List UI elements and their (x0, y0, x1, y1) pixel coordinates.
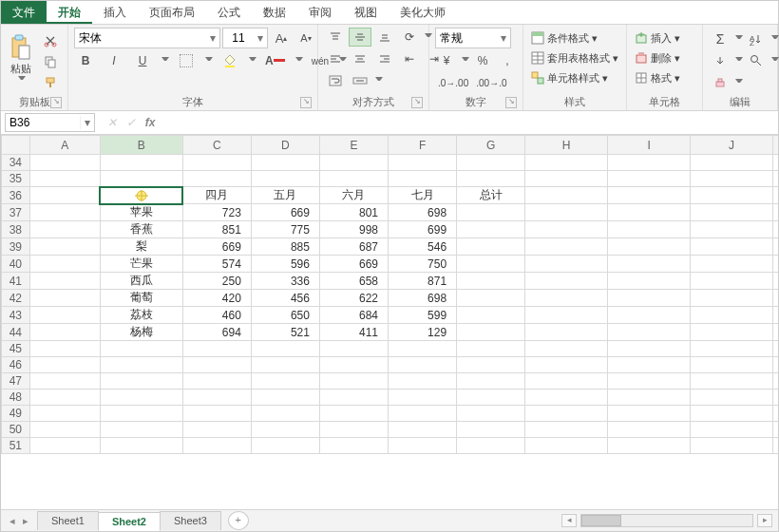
cell-G34[interactable] (457, 155, 525, 171)
cell-B40[interactable]: 芒果 (100, 256, 182, 273)
cell-G45[interactable] (457, 341, 525, 357)
cell-A48[interactable] (29, 390, 100, 406)
align-left-button[interactable] (324, 49, 347, 68)
cell-E49[interactable] (319, 406, 388, 422)
align-bottom-button[interactable] (373, 28, 396, 47)
cell-C35[interactable] (182, 171, 251, 187)
cell-J40[interactable] (691, 256, 773, 273)
cell-D43[interactable]: 650 (251, 307, 319, 324)
dialog-launcher-icon[interactable]: ↘ (50, 97, 62, 108)
row-header-34[interactable]: 34 (2, 155, 30, 171)
cell-B50[interactable] (100, 422, 182, 438)
autosum-button[interactable]: Σ (709, 29, 732, 48)
cell-C37[interactable]: 723 (182, 204, 251, 221)
name-box[interactable]: ▾ (5, 113, 95, 132)
row-header-49[interactable]: 49 (2, 406, 30, 422)
cell-B35[interactable] (100, 171, 182, 187)
cell-F47[interactable] (389, 373, 457, 390)
cell-J39[interactable] (691, 238, 773, 256)
tab-file[interactable]: 文件 (1, 1, 47, 24)
cell-I39[interactable] (608, 238, 691, 256)
row-header-39[interactable]: 39 (2, 238, 30, 256)
hscroll-thumb[interactable] (581, 515, 621, 526)
cell-J34[interactable] (691, 155, 773, 171)
cell-A49[interactable] (29, 406, 100, 422)
col-header-K[interactable]: K (772, 136, 778, 155)
col-header-J[interactable]: J (691, 136, 773, 155)
cell-F35[interactable] (389, 171, 457, 187)
cell-K38[interactable] (772, 221, 778, 238)
cell-J43[interactable] (691, 307, 773, 324)
cell-J35[interactable] (691, 171, 773, 187)
cell-K43[interactable] (772, 307, 778, 324)
tab-beautify[interactable]: 美化大师 (389, 1, 457, 24)
cell-A34[interactable] (29, 155, 100, 171)
cell-C47[interactable] (182, 373, 251, 390)
chevron-down-icon[interactable]: ▾ (497, 31, 510, 45)
cell-C51[interactable] (182, 438, 251, 454)
nav-last-icon[interactable]: ▸ (20, 515, 31, 527)
cell-D50[interactable] (251, 422, 319, 438)
cell-D41[interactable]: 336 (251, 273, 319, 290)
comma-button[interactable]: , (496, 51, 519, 70)
row-header-46[interactable]: 46 (2, 357, 30, 373)
format-cells-button[interactable]: 格式 ▾ (633, 69, 682, 86)
cell-H36[interactable] (525, 187, 608, 204)
sheet-tab-sheet2[interactable]: Sheet2 (98, 512, 161, 531)
chevron-down-icon[interactable] (205, 57, 213, 65)
cell-H51[interactable] (525, 438, 608, 454)
cell-J48[interactable] (691, 390, 773, 406)
copy-button[interactable] (39, 52, 62, 71)
cell-A46[interactable] (29, 357, 100, 373)
cell-A41[interactable] (29, 273, 100, 290)
cell-H46[interactable] (525, 357, 608, 373)
cell-G40[interactable] (457, 256, 525, 273)
cell-A47[interactable] (29, 373, 100, 390)
cell-G50[interactable] (457, 422, 525, 438)
add-sheet-button[interactable]: + (228, 511, 249, 530)
cell-C40[interactable]: 574 (182, 256, 251, 273)
cell-B37[interactable]: 苹果 (100, 204, 182, 221)
cell-J47[interactable] (691, 373, 773, 390)
row-header-45[interactable]: 45 (2, 341, 30, 357)
fill-color-button[interactable] (218, 51, 241, 70)
cell-C46[interactable] (182, 357, 251, 373)
insert-cells-button[interactable]: 插入 ▾ (633, 29, 682, 47)
chevron-down-icon[interactable] (462, 57, 469, 65)
cell-F34[interactable] (389, 155, 457, 171)
col-header-D[interactable]: D (251, 136, 319, 155)
cell-I43[interactable] (608, 307, 691, 324)
cell-H39[interactable] (525, 238, 608, 256)
find-button[interactable] (745, 51, 768, 70)
font-name-combo[interactable]: ▾ (74, 28, 220, 48)
font-name-input[interactable] (75, 29, 206, 47)
cell-A40[interactable] (29, 256, 100, 273)
cell-K50[interactable] (772, 422, 778, 438)
wrap-text-button[interactable] (324, 71, 347, 90)
cell-H38[interactable] (525, 221, 608, 238)
clear-button[interactable] (709, 73, 732, 92)
cell-B44[interactable]: 杨梅 (100, 324, 182, 341)
cell-K49[interactable] (772, 406, 778, 422)
hscroll-left-button[interactable]: ◂ (561, 514, 577, 527)
font-size-combo[interactable]: ▾ (222, 28, 268, 48)
row-header-42[interactable]: 42 (2, 290, 30, 307)
cell-C43[interactable]: 460 (182, 307, 251, 324)
chevron-down-icon[interactable] (735, 35, 743, 43)
font-color-button[interactable]: A (262, 51, 288, 70)
row-header-38[interactable]: 38 (2, 221, 30, 238)
cell-G37[interactable] (457, 204, 525, 221)
cell-F44[interactable]: 129 (389, 324, 457, 341)
cell-K40[interactable] (772, 256, 778, 273)
cell-J49[interactable] (691, 406, 773, 422)
cell-E36[interactable]: 六月 (319, 187, 388, 204)
chevron-down-icon[interactable] (375, 77, 383, 85)
select-all-corner[interactable] (2, 136, 30, 155)
cell-G47[interactable] (457, 373, 525, 390)
decrease-indent-button[interactable]: ⇤ (398, 49, 421, 68)
chevron-down-icon[interactable] (162, 57, 169, 65)
col-header-B[interactable]: B (100, 136, 182, 155)
col-header-H[interactable]: H (525, 136, 608, 155)
cell-H50[interactable] (525, 422, 608, 438)
cell-J38[interactable] (691, 221, 773, 238)
